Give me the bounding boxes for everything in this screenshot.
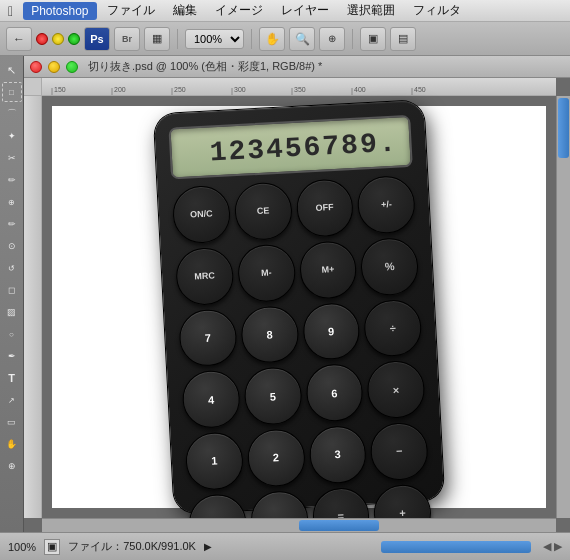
menu-filter[interactable]: フィルタ — [405, 0, 469, 21]
svg-text:150: 150 — [54, 86, 66, 93]
calc-btn-multiply[interactable]: × — [366, 360, 426, 420]
calc-btn-3[interactable]: 3 — [308, 425, 368, 485]
tool-hand[interactable]: ✋ — [2, 434, 22, 454]
svg-text:400: 400 — [354, 86, 366, 93]
scroll-thumb-horizontal[interactable] — [299, 520, 379, 531]
zoom-level: 100% — [8, 541, 36, 553]
statusbar: 100% ▣ ファイル：750.0K/991.0K ▶ ◀ ▶ — [0, 532, 570, 560]
toolbar-arrow[interactable]: ← — [6, 27, 32, 51]
calc-btn-4[interactable]: 4 — [181, 370, 241, 430]
calc-display: 123456789. — [168, 115, 412, 180]
svg-text:200: 200 — [114, 86, 126, 93]
tool-pen[interactable]: ✒ — [2, 346, 22, 366]
tool-magic-wand[interactable]: ✦ — [2, 126, 22, 146]
tool-text[interactable]: T — [2, 368, 22, 388]
tool-arrow[interactable]: ↖ — [2, 60, 22, 80]
calc-btn-ce[interactable]: CE — [233, 181, 293, 241]
calc-btn-mminus[interactable]: M- — [236, 243, 296, 303]
doc-close-btn[interactable] — [30, 61, 42, 73]
canvas-area: 150 200 250 300 350 400 450 — [24, 78, 570, 532]
calc-btn-2[interactable]: 2 — [246, 428, 306, 488]
svg-text:300: 300 — [234, 86, 246, 93]
calc-btn-1[interactable]: 1 — [184, 431, 244, 491]
ruler-corner — [24, 78, 42, 96]
calc-row-4: 4 5 6 × — [181, 360, 426, 429]
menu-edit[interactable]: 編集 — [165, 0, 205, 21]
toolbar-br-icon[interactable]: Br — [114, 27, 140, 51]
calc-btn-9[interactable]: 9 — [301, 301, 361, 361]
ruler-top: 150 200 250 300 350 400 450 — [42, 78, 556, 96]
calc-btn-onc[interactable]: ON/C — [172, 185, 232, 245]
toolbar-eyedrop[interactable]: ⊕ — [319, 27, 345, 51]
calc-btn-plusminus[interactable]: +/- — [357, 175, 417, 235]
calc-btn-divide[interactable]: ÷ — [363, 298, 423, 358]
calc-btn-percent[interactable]: % — [360, 237, 420, 297]
status-progress-bar — [381, 541, 531, 553]
calc-btn-5[interactable]: 5 — [243, 366, 303, 426]
tool-lasso[interactable]: ⌒ — [2, 104, 22, 124]
tool-history[interactable]: ↺ — [2, 258, 22, 278]
calc-row-1: ON/C CE OFF +/- — [172, 175, 417, 244]
toolbar-minimize[interactable] — [52, 33, 64, 45]
toolbar-maximize[interactable] — [68, 33, 80, 45]
scroll-thumb-vertical[interactable] — [558, 98, 569, 158]
tool-dodge[interactable]: ○ — [2, 324, 22, 344]
apple-logo[interactable]:  — [8, 3, 13, 19]
tool-path[interactable]: ↗ — [2, 390, 22, 410]
tool-zoom-tool[interactable]: ⊕ — [2, 456, 22, 476]
menu-photoshop[interactable]: Photoshop — [23, 2, 96, 20]
document-titlebar: 切り抜き.psd @ 100% (色相・彩度1, RGB/8#) * — [24, 56, 570, 78]
tool-clone[interactable]: ⊙ — [2, 236, 22, 256]
menu-file[interactable]: ファイル — [99, 0, 163, 21]
toolbar-zoom[interactable]: 🔍 — [289, 27, 315, 51]
toolbar-sep3 — [352, 29, 353, 49]
calc-btn-mrc[interactable]: MRC — [175, 246, 235, 306]
status-icon[interactable]: ▣ — [44, 539, 60, 555]
main-area: ↖ □ ⌒ ✦ ✂ ✏ ⊕ ✏ ⊙ ↺ ◻ ▨ ○ ✒ T ↗ ▭ ✋ ⊕ 切り… — [0, 56, 570, 532]
doc-zoom-btn[interactable] — [66, 61, 78, 73]
tool-shape[interactable]: ▭ — [2, 412, 22, 432]
toolbar-sep2 — [251, 29, 252, 49]
document-container: 切り抜き.psd @ 100% (色相・彩度1, RGB/8#) * 150 2… — [24, 56, 570, 532]
tool-heal[interactable]: ⊕ — [2, 192, 22, 212]
scrollbar-horizontal[interactable] — [42, 518, 556, 532]
toolbar-ps-icon[interactable]: Ps — [84, 27, 110, 51]
svg-text:450: 450 — [414, 86, 426, 93]
display-value: 123456789. — [209, 127, 398, 168]
menu-select[interactable]: 選択範囲 — [339, 0, 403, 21]
calc-btn-6[interactable]: 6 — [305, 363, 365, 423]
toolbar-sep1 — [177, 29, 178, 49]
toolbar-layout1[interactable]: ▣ — [360, 27, 386, 51]
calc-btn-8[interactable]: 8 — [240, 305, 300, 365]
calc-buttons: ON/C CE OFF +/- MRC M- M+ % — [172, 175, 433, 532]
tool-crop[interactable]: ✂ — [2, 148, 22, 168]
doc-minimize-btn[interactable] — [48, 61, 60, 73]
zoom-select[interactable]: 100% 50% 200% — [185, 29, 244, 49]
tool-gradient[interactable]: ▨ — [2, 302, 22, 322]
calc-row-5: 1 2 3 − — [184, 422, 429, 491]
svg-text:250: 250 — [174, 86, 186, 93]
tool-eraser[interactable]: ◻ — [2, 280, 22, 300]
calc-btn-mplus[interactable]: M+ — [298, 240, 358, 300]
calc-btn-7[interactable]: 7 — [178, 308, 238, 368]
menu-layer[interactable]: レイヤー — [273, 0, 337, 21]
scrollbar-vertical[interactable] — [556, 96, 570, 518]
white-canvas: 123456789. ON/C CE OFF +/- MRC — [52, 106, 546, 508]
menu-image[interactable]: イメージ — [207, 0, 271, 21]
status-arrow[interactable]: ▶ — [204, 541, 212, 552]
toolbar-filmstrip[interactable]: ▦ — [144, 27, 170, 51]
toolbar-hand[interactable]: ✋ — [259, 27, 285, 51]
tool-eyedropper[interactable]: ✏ — [2, 170, 22, 190]
calc-btn-off[interactable]: OFF — [295, 178, 355, 238]
toolbar-layout2[interactable]: ▤ — [390, 27, 416, 51]
toolbox: ↖ □ ⌒ ✦ ✂ ✏ ⊕ ✏ ⊙ ↺ ◻ ▨ ○ ✒ T ↗ ▭ ✋ ⊕ — [0, 56, 24, 532]
toolbar-close[interactable] — [36, 33, 48, 45]
calc-btn-minus[interactable]: − — [369, 422, 429, 482]
calc-row-3: 7 8 9 ÷ — [178, 298, 423, 367]
toolbar: ← Ps Br ▦ 100% 50% 200% ✋ 🔍 ⊕ ▣ ▤ — [0, 22, 570, 56]
tool-brush[interactable]: ✏ — [2, 214, 22, 234]
status-nav-arrows[interactable]: ◀ ▶ — [543, 540, 562, 553]
file-info: ファイル：750.0K/991.0K — [68, 539, 196, 554]
calculator-image: 123456789. ON/C CE OFF +/- MRC — [154, 100, 445, 514]
tool-marquee[interactable]: □ — [2, 82, 22, 102]
